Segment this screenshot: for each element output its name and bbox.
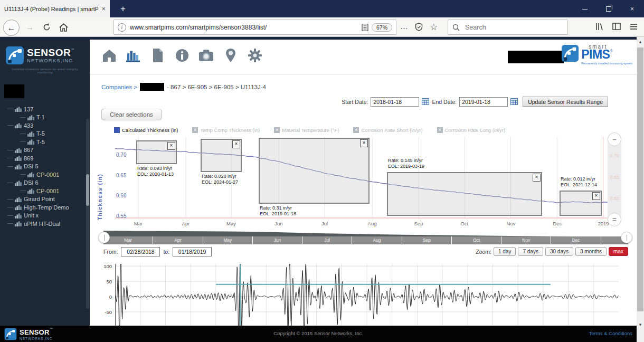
navigator-month-apr[interactable]: Apr — [153, 236, 203, 244]
selection-box[interactable]: × — [201, 139, 242, 172]
breadcrumb-companies-link[interactable]: Companies > — [101, 84, 137, 90]
close-icon[interactable]: × — [167, 142, 175, 150]
slider-handle-top[interactable]: – — [608, 132, 621, 146]
legend-checkbox-x-icon[interactable]: × — [192, 127, 198, 133]
clear-selections-button[interactable]: Clear selections — [101, 109, 162, 120]
navigator-month-dec[interactable]: Dec — [551, 236, 601, 244]
navigator-month-mar[interactable]: Mar — [103, 236, 153, 244]
sidebar-item-dsi-5[interactable]: DSI 5 — [0, 163, 87, 171]
reader-mode-icon[interactable] — [362, 24, 368, 31]
toolbar-info-icon[interactable] — [174, 48, 190, 63]
navigator-month-may[interactable]: May — [203, 236, 253, 244]
start-date-input[interactable] — [371, 97, 419, 107]
legend-item-corrosion-rate-short-in-yr-[interactable]: ×Corrosion Rate Short (in/yr) — [353, 127, 422, 133]
thickness-chart[interactable]: Thickness (in) 0.70 0.65 0.60 0.55 ×Rate… — [115, 137, 610, 218]
back-button[interactable]: ← — [3, 20, 20, 36]
toolbar-chart-icon[interactable] — [126, 48, 141, 63]
page-actions-icon[interactable]: … — [400, 22, 408, 31]
reload-icon[interactable] — [39, 20, 54, 35]
navigator-month-jun[interactable]: Jun — [253, 236, 302, 244]
selection-box[interactable]: × — [560, 191, 602, 216]
close-icon[interactable]: × — [533, 174, 541, 182]
navigator-month-bar[interactable]: MarAprMayJunJulAugSepOctNovDec — [103, 236, 628, 244]
selection-box[interactable]: × — [136, 140, 177, 164]
sidebar-item-cp-0001[interactable]: CP-0001 — [0, 187, 87, 195]
browser-tab[interactable]: U1113J-4 (Probe) Readings | smartP × — [0, 0, 110, 17]
menu-icon[interactable] — [630, 23, 638, 32]
browser-scrollbar[interactable]: ▲ ▼ — [637, 37, 644, 342]
navigator-left-handle[interactable] — [98, 232, 110, 243]
close-icon[interactable]: × — [232, 140, 240, 148]
window-minimize-button[interactable] — [573, 0, 596, 17]
sidebar-item-869[interactable]: 869 — [0, 154, 87, 163]
sidebar-scrollbar-thumb[interactable] — [86, 174, 89, 206]
home-button[interactable] — [56, 20, 71, 35]
navigator-right-handle[interactable] — [621, 232, 632, 243]
close-icon[interactable]: × — [360, 139, 368, 147]
tab-close-icon[interactable]: × — [101, 5, 106, 13]
from-date-input[interactable] — [121, 247, 160, 256]
sidebar-item-867[interactable]: 867 — [0, 146, 87, 155]
library-icon[interactable] — [595, 23, 604, 32]
toolbar-document-icon[interactable] — [150, 48, 165, 63]
url-bar[interactable]: i www.smartpims.com/smartpims/sensor/388… — [113, 20, 396, 35]
zoom-button-30-days[interactable]: 30 days — [545, 247, 573, 256]
sidebar-item-high-temp-demo[interactable]: High-Temp Demo — [0, 203, 87, 212]
update-sensor-results-button[interactable]: Update Sensor Results Range — [523, 97, 608, 107]
url-text[interactable]: www.smartpims.com/smartpims/sensor/3883/… — [130, 24, 362, 31]
new-tab-button[interactable]: + — [116, 2, 130, 15]
terms-link[interactable]: Terms & Conditions — [589, 330, 632, 336]
sidebar-item-433[interactable]: 433 — [0, 121, 87, 130]
sidebar-item-cp-0001[interactable]: CP-0001 — [0, 170, 87, 179]
sidebar-scrollbar[interactable] — [86, 119, 89, 309]
navigator-month-sep[interactable]: Sep — [402, 236, 452, 244]
toolbar-camera-icon[interactable] — [198, 48, 214, 63]
legend-checkbox-x-icon[interactable]: × — [353, 127, 359, 133]
timeline-navigator[interactable]: MarAprMayJunJulAugSepOctNovDec — [103, 231, 628, 245]
sidebar-item-upim-ht-dual[interactable]: uPIM HT-Dual — [0, 220, 87, 228]
calendar-icon[interactable] — [422, 98, 429, 105]
navigator-month-nov[interactable]: Nov — [501, 236, 551, 244]
navigator-month-aug[interactable]: Aug — [352, 236, 402, 244]
sidebar-item-t-1[interactable]: T-1 — [0, 113, 87, 122]
scroll-up-icon[interactable]: ▲ — [637, 38, 644, 46]
zoom-button-7-days[interactable]: 7 days — [518, 247, 543, 256]
toolbar-location-icon[interactable] — [223, 48, 238, 63]
site-info-icon[interactable]: i — [118, 23, 126, 32]
scroll-down-icon[interactable]: ▼ — [637, 321, 644, 329]
ascan-waveform-chart[interactable] — [115, 264, 619, 326]
forward-button[interactable]: → — [22, 20, 37, 35]
sidebar-item-t-5[interactable]: T-5 — [0, 138, 87, 146]
legend-item-temp-comp-thickness-in-[interactable]: ×Temp Comp Thickness (in) — [192, 127, 260, 133]
close-icon[interactable]: × — [592, 192, 600, 200]
navigator-month-jul[interactable]: Jul — [302, 236, 352, 244]
search-input[interactable] — [464, 23, 545, 32]
sidebar-toggle-icon[interactable] — [612, 23, 621, 32]
slider-handle-bottom[interactable]: = — [608, 213, 621, 226]
scrollbar-thumb[interactable] — [637, 48, 643, 311]
tracking-shield-icon[interactable] — [415, 23, 423, 33]
end-date-input[interactable] — [459, 97, 508, 107]
calendar-icon[interactable] — [510, 98, 518, 105]
legend-checkbox-x-icon[interactable]: × — [274, 127, 280, 133]
selection-box[interactable]: × — [259, 138, 370, 204]
zoom-button-1-day[interactable]: 1 day — [494, 247, 516, 256]
search-bar[interactable] — [448, 20, 568, 35]
sidebar-item-dsi-6[interactable]: DSI 6 — [0, 179, 87, 187]
sidebar-item-137[interactable]: 137 — [0, 105, 87, 113]
selection-box[interactable]: × — [387, 172, 542, 216]
window-restore-button[interactable] — [596, 0, 620, 17]
zoom-button-3-months[interactable]: 3 months — [575, 247, 607, 256]
toolbar-home-icon[interactable] — [101, 48, 117, 63]
window-close-button[interactable]: × — [620, 0, 644, 17]
to-date-input[interactable] — [173, 247, 212, 256]
legend-checkbox-x-icon[interactable]: × — [437, 127, 443, 133]
bookmark-star-icon[interactable]: ☆ — [430, 22, 438, 33]
legend-item-material-temperature-f-[interactable]: ×Material Temperature (°F) — [274, 127, 339, 133]
legend-item-corrosion-rate-long-in-yr-[interactable]: ×Corrosion Rate Long (in/yr) — [437, 127, 506, 133]
sidebar-item-unit-x[interactable]: Unit x — [0, 212, 87, 220]
zoom-level-badge[interactable]: 67% — [372, 23, 392, 32]
zoom-button-max[interactable]: max — [609, 247, 628, 256]
legend-item-calculated-thickness-in-[interactable]: Calculated Thickness (in) — [114, 127, 178, 133]
sidebar-item-t-5[interactable]: T-5 — [0, 130, 87, 138]
